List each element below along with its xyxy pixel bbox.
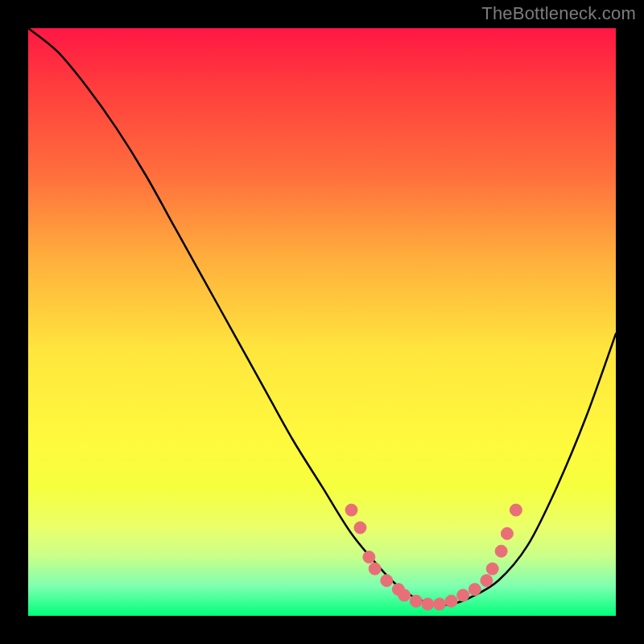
curve-marker <box>434 598 446 610</box>
curve-marker <box>510 504 522 516</box>
curve-marker <box>469 584 481 596</box>
curve-marker <box>398 589 411 601</box>
watermark-text: TheBottleneck.com <box>481 3 636 24</box>
curve-marker <box>354 522 366 534</box>
curve-marker <box>345 504 357 516</box>
plot-area <box>28 28 616 616</box>
bottleneck-curve <box>28 28 616 605</box>
curve-marker <box>381 575 393 587</box>
curve-marker <box>501 527 513 539</box>
chart-svg <box>28 28 616 616</box>
curve-marker <box>457 589 469 601</box>
curve-marker <box>410 595 422 607</box>
curve-marker <box>363 551 375 564</box>
curve-marker <box>369 563 381 575</box>
curve-marker <box>445 595 457 607</box>
curve-marker <box>486 563 498 575</box>
curve-marker <box>495 545 507 557</box>
curve-markers <box>345 504 522 610</box>
chart-frame: TheBottleneck.com <box>0 0 644 644</box>
curve-marker <box>422 598 434 610</box>
curve-marker <box>481 575 493 587</box>
